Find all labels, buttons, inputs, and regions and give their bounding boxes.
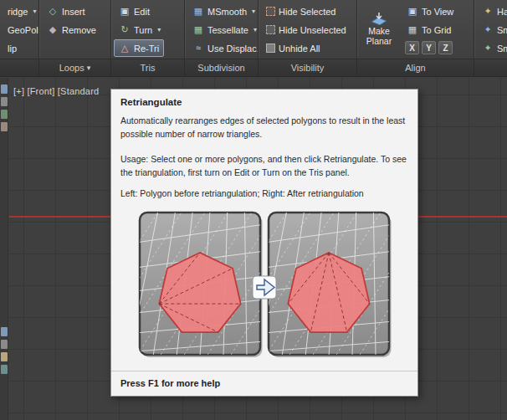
harden-button[interactable]: ✦Har xyxy=(477,3,507,20)
side-toolbar-icon[interactable] xyxy=(1,85,8,94)
smooth-30-label: Smo xyxy=(497,44,507,54)
tooltip-caption: Left: Polygon before retriangulation; Ri… xyxy=(120,187,408,201)
unhide-all-label: Unhide All xyxy=(279,44,320,54)
retriangulate-illustration xyxy=(137,211,392,360)
turn-icon: ↻ xyxy=(119,24,131,35)
smooth-30-icon: ✦ xyxy=(482,43,494,54)
harden-icon: ✦ xyxy=(482,6,494,17)
ribbon-toolbar: ridge GeoPoly lip ◇Insert ◆Remove Loops … xyxy=(0,0,507,77)
align-x-button[interactable]: X xyxy=(405,41,419,54)
to-view-icon: ▣ xyxy=(407,6,418,17)
use-displacement-button[interactable]: ≈Use Displac... xyxy=(187,39,258,57)
side-toolbar-icon[interactable] xyxy=(1,352,8,361)
side-toolbar xyxy=(0,78,8,420)
subdivision-section-label: Subdivision xyxy=(185,59,258,76)
ribbon-section-subdivision: ▦MSmooth ▦Tessellate ≈Use Displac... Sub… xyxy=(184,0,258,76)
align-section-label: Align xyxy=(357,59,474,76)
ribbon-section-align: Make Planar ▣To View ▦To Grid X Y Z Alig… xyxy=(356,0,474,76)
loops-section-label[interactable]: Loops xyxy=(39,59,110,76)
ribbon-section-visibility: Hide Selected Hide Unselected Unhide All… xyxy=(258,0,356,76)
visibility-section-label: Visibility xyxy=(259,59,356,76)
align-y-button[interactable]: Y xyxy=(422,41,436,54)
msmooth-button[interactable]: ▦MSmooth xyxy=(187,3,258,20)
make-planar-button[interactable]: Make Planar xyxy=(360,3,398,56)
use-displacement-icon: ≈ xyxy=(192,43,204,54)
retriangulate-icon: △ xyxy=(119,43,131,54)
edit-label: Edit xyxy=(134,7,150,17)
hide-selected-icon xyxy=(266,7,275,16)
tris-section-label: Tris xyxy=(111,59,184,76)
flip-label: lip xyxy=(8,44,17,54)
side-toolbar-icon[interactable] xyxy=(1,110,8,119)
retriangulate-label: Re-Tri xyxy=(134,44,159,54)
smooth-icon: ✦ xyxy=(482,24,494,35)
align-to-grid-button[interactable]: ▦To Grid xyxy=(402,21,458,38)
tooltip-usage: Usage: Select one or more polygons, and … xyxy=(120,153,408,179)
msmooth-label: MSmooth xyxy=(207,7,247,17)
geopoly-label: GeoPoly xyxy=(8,25,38,35)
ribbon-section-tris: ▣Edit ↻Turn △Re-Tri Tris xyxy=(110,0,184,76)
tooltip-description: Automatically rearranges edges of select… xyxy=(120,115,408,141)
hide-unselected-icon xyxy=(266,25,275,34)
to-view-label: To View xyxy=(422,7,453,17)
remove-label: Remove xyxy=(62,25,96,35)
smooth-30-button[interactable]: ✦Smo xyxy=(477,39,507,57)
msmooth-icon: ▦ xyxy=(192,6,204,17)
tooltip-footer: Press F1 for more help xyxy=(111,371,417,396)
hide-selected-label: Hide Selected xyxy=(279,7,336,17)
align-to-view-button[interactable]: ▣To View xyxy=(402,3,458,20)
app-window: ridge GeoPoly lip ◇Insert ◆Remove Loops … xyxy=(0,0,507,420)
unhide-all-icon xyxy=(266,44,275,53)
hide-unselected-button[interactable]: Hide Unselected xyxy=(261,21,351,38)
smooth-button[interactable]: ✦Smo xyxy=(477,21,507,38)
side-toolbar-icon[interactable] xyxy=(1,122,8,131)
retriangulate-button[interactable]: △Re-Tri xyxy=(114,39,164,57)
smooth-label: Smo xyxy=(497,25,507,35)
viewport-label[interactable]: [+] [Front] [Standard xyxy=(13,86,99,96)
section-label-empty xyxy=(0,59,38,76)
harden-label: Har xyxy=(497,7,507,17)
align-axis-keys: X Y Z xyxy=(402,39,458,56)
side-toolbar-icon[interactable] xyxy=(1,340,8,349)
edit-icon: ▣ xyxy=(119,6,131,17)
bridge-label: ridge xyxy=(8,7,28,17)
ribbon-section-edge-left: ridge GeoPoly lip xyxy=(0,0,38,76)
tessellate-label: Tessellate xyxy=(207,25,248,35)
tessellate-icon: ▦ xyxy=(192,24,204,35)
turn-button[interactable]: ↻Turn xyxy=(114,21,166,38)
geopoly-button[interactable]: GeoPoly xyxy=(3,21,38,38)
tessellate-button[interactable]: ▦Tessellate xyxy=(187,21,258,38)
use-displacement-label: Use Displac... xyxy=(207,44,258,54)
side-toolbar-icon[interactable] xyxy=(1,97,8,106)
to-grid-icon: ▦ xyxy=(407,24,418,35)
insert-button[interactable]: ◇Insert xyxy=(42,3,90,20)
retriangulate-tooltip: Retriangulate Automatically rearranges e… xyxy=(110,89,418,397)
bridge-button[interactable]: ridge xyxy=(3,3,38,20)
viewport[interactable]: [+] [Front] [Standard Retriangulate Auto… xyxy=(0,78,507,420)
align-z-button[interactable]: Z xyxy=(438,41,453,54)
hide-unselected-label: Hide Unselected xyxy=(279,25,346,35)
hide-selected-button[interactable]: Hide Selected xyxy=(261,3,341,20)
unhide-all-button[interactable]: Unhide All xyxy=(261,39,325,57)
insert-icon: ◇ xyxy=(47,6,59,17)
section-label-empty xyxy=(474,59,507,76)
turn-label: Turn xyxy=(134,25,152,35)
make-planar-icon xyxy=(370,12,388,25)
side-toolbar-icon[interactable] xyxy=(1,327,8,336)
ribbon-section-edge-right: ✦Har ✦Smo ✦Smo xyxy=(474,0,507,76)
side-toolbar-icon[interactable] xyxy=(1,365,8,374)
remove-button[interactable]: ◆Remove xyxy=(42,21,101,38)
remove-icon: ◆ xyxy=(47,24,59,35)
ribbon-section-loops: ◇Insert ◆Remove Loops xyxy=(38,0,110,76)
arrow-icon xyxy=(253,276,276,299)
edit-button[interactable]: ▣Edit xyxy=(114,3,155,20)
to-grid-label: To Grid xyxy=(422,25,451,35)
flip-button[interactable]: lip xyxy=(3,39,22,57)
tooltip-title: Retriangulate xyxy=(120,97,408,107)
insert-label: Insert xyxy=(62,7,85,17)
make-planar-label: Make Planar xyxy=(361,27,397,46)
